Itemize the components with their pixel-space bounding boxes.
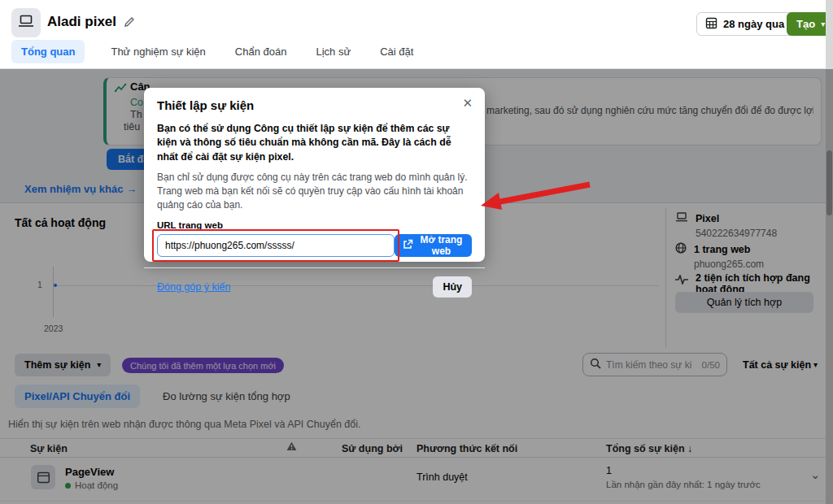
open-website-button[interactable]: Mở trang web [395, 234, 472, 257]
modal-title: Thiết lập sự kiện [157, 98, 472, 112]
url-label: URL trang web [157, 220, 472, 230]
annotation-red-arrow [478, 179, 592, 216]
open-website-label: Mở trang web [419, 234, 464, 257]
setup-events-modal: Thiết lập sự kiện ✕ Bạn có thể sử dụng C… [144, 88, 485, 262]
events-manager-page: Aladi pixel 28 ngày qua ▾ Tạo ▾ Tổng qua… [0, 0, 833, 504]
close-icon[interactable]: ✕ [462, 96, 473, 111]
modal-intro-bold: Bạn có thể sử dụng Công cụ thiết lập sự … [157, 122, 472, 164]
modal-intro-body: Bạn chỉ sử dụng được công cụ này trên cá… [157, 171, 472, 212]
external-link-icon [403, 239, 413, 252]
website-url-input[interactable] [157, 234, 395, 257]
cancel-button[interactable]: Hủy [433, 276, 472, 298]
modal-footer-divider [144, 267, 485, 268]
feedback-link[interactable]: Đóng góp ý kiến [157, 281, 230, 293]
